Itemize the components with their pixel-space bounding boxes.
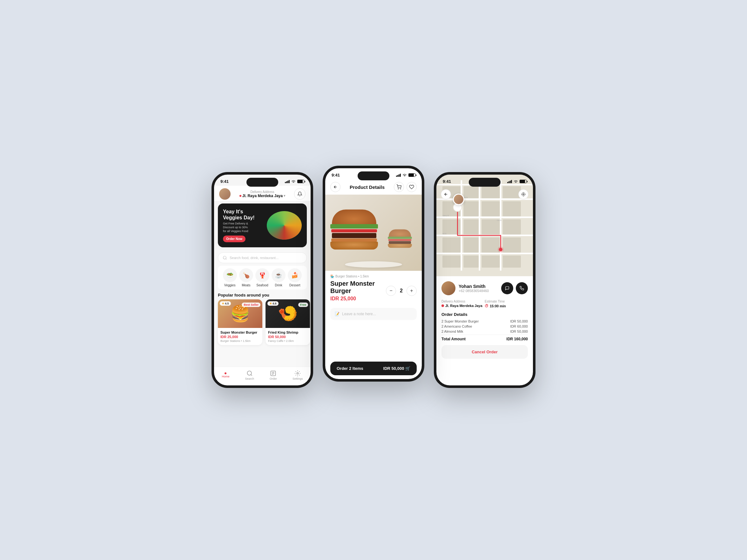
food-meta-1: Burger Stations • 1.5km <box>221 339 260 343</box>
seafood-icon: 🦞 <box>255 268 269 282</box>
search-bar[interactable]: Search food, drink, restaurant... <box>218 252 307 263</box>
dynamic-island <box>247 178 278 187</box>
status-time-2: 9:41 <box>332 173 340 178</box>
cancel-order-button[interactable]: Cancel Order <box>441 345 528 359</box>
svg-rect-26 <box>503 256 521 268</box>
delivery-label: Delivery Address <box>250 190 274 194</box>
detail-header: Product Details <box>325 179 422 195</box>
nav-order[interactable]: Order <box>269 370 277 380</box>
qty-minus-button[interactable]: − <box>386 286 396 296</box>
order-item-2: 2 Americano Coffee IDR 60,000 <box>441 324 528 328</box>
signal-icon <box>285 180 290 183</box>
banner-food-image <box>267 211 302 240</box>
svg-point-1 <box>247 371 251 375</box>
svg-rect-23 <box>442 256 461 268</box>
svg-rect-13 <box>482 201 500 216</box>
estimate-col: Estimate Time ⏱ 15:00 min <box>485 300 528 308</box>
svg-text:Liberty St: Liberty St <box>442 215 449 216</box>
phone-icon <box>520 286 524 291</box>
detail-title: Product Details <box>350 184 385 190</box>
locate-button[interactable] <box>518 189 529 199</box>
wishlist-button[interactable] <box>407 182 417 192</box>
order-total-row: Total Amount IDR 160,000 <box>441 335 528 341</box>
delivery-addr-value: Jl. Raya Merdeka Jaya <box>441 304 485 308</box>
bell-button[interactable] <box>294 188 306 200</box>
phone-product: 9:41 <box>323 166 424 381</box>
estimate-time: ⏱ 15:00 min <box>485 304 528 308</box>
home-scrollable[interactable]: Search food, drink, restaurant... 🥗 Vegg… <box>214 250 311 367</box>
order-now-button[interactable]: Order Now <box>223 236 246 242</box>
chat-button[interactable] <box>501 282 513 294</box>
phone-home: 9:41 <box>211 172 313 388</box>
qty-plus-button[interactable]: + <box>407 286 417 296</box>
drink-label: Drink <box>275 284 282 287</box>
banner-title: Yeay It'sVeggies Day! <box>223 209 267 221</box>
note-input[interactable]: 📝 Leave a note here... <box>330 308 417 320</box>
address-row: Delivery Address Jl. Raya Merdeka Jaya E… <box>441 300 528 308</box>
nav-settings-label: Settings <box>292 377 303 380</box>
svg-rect-16 <box>464 219 479 235</box>
delivery-info: Delivery Address Jl. Raya Merdeka Jaya ▾ <box>239 190 285 198</box>
nav-order-icon <box>270 370 276 376</box>
food-card-shrimp[interactable]: 🍤 ★ 4.6 Free Fried King Shrimp <box>265 299 310 345</box>
food-scroll[interactable]: 🍔 ★ 4.5 Best Seller Super Monster Bu <box>214 299 311 349</box>
battery-icon-3 <box>520 180 526 183</box>
order-button[interactable]: Order 2 Items IDR 50,000 🛒 <box>330 362 417 375</box>
nav-search[interactable]: Search <box>245 370 254 380</box>
nav-home-label: Home <box>222 375 229 378</box>
category-seafood[interactable]: 🦞 Seafood <box>255 268 269 287</box>
delivery-address[interactable]: Jl. Raya Merdeka Jaya ▾ <box>239 194 285 198</box>
bell-icon <box>297 191 302 196</box>
svg-text:21st St: 21st St <box>497 220 501 221</box>
back-button[interactable] <box>330 182 340 192</box>
delivery-addr-col: Delivery Address Jl. Raya Merdeka Jaya <box>441 300 485 308</box>
status-icons-2 <box>396 174 415 177</box>
svg-rect-14 <box>503 201 521 216</box>
category-dessert[interactable]: 🍰 Dessert <box>288 268 302 287</box>
product-image <box>325 195 422 271</box>
nav-settings[interactable]: Settings <box>292 370 303 380</box>
user-avatar[interactable] <box>219 188 231 200</box>
dessert-icon: 🍰 <box>288 268 302 282</box>
status-time-3: 9:41 <box>443 179 451 184</box>
track-back-button[interactable] <box>441 189 451 199</box>
svg-rect-12 <box>464 201 479 216</box>
category-drink[interactable]: ☕ Drink <box>272 268 285 287</box>
map-area: 20th St Liberty St Hill St 21st St Dillo… <box>436 175 533 276</box>
svg-point-0 <box>223 256 226 259</box>
food-card-burger[interactable]: 🍔 ★ 4.5 Best Seller Super Monster Bu <box>218 299 262 345</box>
dynamic-island-3 <box>469 178 500 187</box>
svg-point-43 <box>523 194 524 195</box>
best-seller-badge: Best Seller <box>242 302 260 307</box>
svg-rect-18 <box>503 219 521 235</box>
categories: 🥗 Veggies 🍗 Meats 🦞 Seafood ☕ Drink <box>218 266 307 290</box>
popular-title: Popular foods around you <box>214 290 311 299</box>
rating-badge-2: ★ 4.6 <box>267 301 279 306</box>
dessert-label: Dessert <box>289 284 300 287</box>
meats-label: Meats <box>242 284 250 287</box>
pin-icon <box>239 195 241 197</box>
food-price-2: IDR 50,000 <box>268 335 307 339</box>
qty-value: 2 <box>400 288 403 294</box>
cart-button[interactable] <box>394 182 404 192</box>
nav-search-icon <box>247 370 253 376</box>
svg-rect-22 <box>503 237 521 253</box>
signal-icon-3 <box>507 180 512 183</box>
order-details: Order Details 2 Super Monster Burger IDR… <box>441 312 528 341</box>
header-actions <box>394 182 417 192</box>
banner-text: Yeay It'sVeggies Day! Get Free Delivery … <box>223 209 267 242</box>
product-info: 🏪 Burger Stations • 1.5km Super Monster … <box>325 271 422 324</box>
cart-icon <box>396 184 402 189</box>
nav-settings-icon <box>294 370 301 376</box>
nav-home[interactable]: Home <box>222 372 229 378</box>
food-image-shrimp: 🍤 ★ 4.6 Free <box>265 299 310 328</box>
phones-container: 9:41 <box>211 172 536 388</box>
category-veggies[interactable]: 🥗 Veggies <box>223 268 237 287</box>
svg-text:Hill St: Hill St <box>442 233 446 235</box>
category-meats[interactable]: 🍗 Meats <box>239 268 253 287</box>
call-button[interactable] <box>516 282 528 294</box>
tracking-info: Yohan Smith +62 085836548460 <box>436 276 533 364</box>
food-meta-2: Fancy Caffe • 2.0km <box>268 339 307 343</box>
svg-rect-19 <box>442 237 461 253</box>
status-icons-3 <box>507 180 526 183</box>
